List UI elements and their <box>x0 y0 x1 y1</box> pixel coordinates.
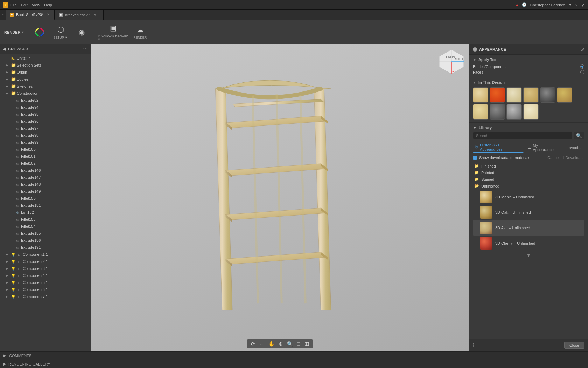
component5-vis-icon[interactable]: 💡 <box>11 280 16 285</box>
navigation-cube[interactable]: FRONT RIGHT Z X <box>438 48 465 76</box>
orbit-btn[interactable]: ⟳ <box>250 340 257 347</box>
comments-expand-icon[interactable]: ▶ <box>4 354 6 357</box>
menu-file[interactable]: File <box>10 3 17 7</box>
tree-item-fillet101[interactable]: ▭ Fillet101 <box>0 153 91 160</box>
library-search-btn[interactable]: 🔍 <box>574 132 584 139</box>
tree-item-extrude146[interactable]: ▭ Extrude146 <box>0 167 91 174</box>
tree-item-extrude151[interactable]: ▭ Extrude151 <box>0 202 91 209</box>
tree-item-extrude98[interactable]: ▭ Extrude98 <box>0 132 91 139</box>
apply-to-toggle[interactable]: ▼ <box>473 58 476 62</box>
component3-vis-icon[interactable]: 💡 <box>11 266 16 271</box>
swatch-7[interactable] <box>490 104 505 120</box>
cancel-downloads-btn[interactable]: Cancel all Downloads <box>547 156 584 160</box>
lib-tab-fusion360[interactable]: ↻ Fusion 360 Appearances <box>473 142 524 153</box>
toolbar-incanvas-btn[interactable]: ▣ IN-CANVAS RENDER ▼ <box>97 22 129 42</box>
tab-close-brackettest[interactable]: ✕ <box>93 13 96 17</box>
component6-arrow[interactable]: ▶ <box>6 288 10 291</box>
tree-item-fillet100[interactable]: ▭ Fillet100 <box>0 146 91 153</box>
swatch-5[interactable] <box>557 87 572 103</box>
mat-maple[interactable]: 3D Maple – Unfinished <box>473 189 584 205</box>
component7-vis-icon[interactable]: 💡 <box>11 294 16 299</box>
tree-item-fillet150[interactable]: ▭ Fillet150 <box>0 195 91 202</box>
scroll-down-btn[interactable]: ▼ <box>473 251 584 259</box>
toolbar-colorwheel-btn[interactable] <box>30 22 49 42</box>
tree-item-bodies[interactable]: ▶ 📁 Bodies <box>0 76 91 83</box>
tree-item-component4[interactable]: ▶ 💡 □ Component4:1 <box>0 272 91 279</box>
component6-vis-icon[interactable]: 💡 <box>11 287 16 292</box>
construction-arrow[interactable]: ▶ <box>6 91 10 95</box>
library-header[interactable]: ▼ Library <box>473 125 584 130</box>
tree-item-extrude99[interactable]: ▭ Extrude99 <box>0 139 91 146</box>
menu-edit[interactable]: Edit <box>21 3 28 7</box>
swatch-3[interactable] <box>523 87 539 103</box>
swatch-8[interactable] <box>506 104 522 120</box>
tree-item-component5[interactable]: ▶ 💡 □ Component5:1 <box>0 279 91 286</box>
workspace-dropdown-icon[interactable]: ▼ <box>21 30 24 34</box>
help-btn[interactable]: ? <box>575 3 578 7</box>
record-btn[interactable]: ● <box>516 3 518 7</box>
mat-ash[interactable]: 3D Ash – Unfinished <box>473 220 584 236</box>
tree-item-fillet153[interactable]: ▭ Fillet153 <box>0 216 91 223</box>
zoom-btn[interactable]: 🔍 <box>286 340 294 347</box>
toolbar-render-icon-btn[interactable]: ◉ <box>72 22 91 42</box>
in-design-header[interactable]: ▼ In This Design <box>473 80 584 84</box>
menu-view[interactable]: View <box>32 3 40 7</box>
appearance-close-btn[interactable]: Close <box>564 342 584 349</box>
tree-item-component6[interactable]: ▶ 💡 □ Component6:1 <box>0 286 91 293</box>
comments-options[interactable]: ⋯ <box>581 353 584 358</box>
radio-faces-row[interactable]: Faces <box>473 70 584 74</box>
tree-item-fillet102[interactable]: ▭ Fillet102 <box>0 160 91 167</box>
tree-item-component1[interactable]: ▶ 💡 □ Component1:1 <box>0 251 91 258</box>
comments-label[interactable]: COMMENTS <box>9 354 31 358</box>
origin-arrow[interactable]: ▶ <box>6 70 10 74</box>
tree-item-origin[interactable]: ▶ 📁 Origin <box>0 69 91 76</box>
lib-tab-favorites[interactable]: Favorites <box>565 142 584 153</box>
component1-vis-icon[interactable]: 💡 <box>11 252 16 257</box>
tree-item-extrude97[interactable]: ▭ Extrude97 <box>0 125 91 132</box>
tree-item-extrude148[interactable]: ▭ Extrude148 <box>0 181 91 188</box>
viewport[interactable]: FRONT RIGHT Z X ⟳ ← ✋ ⊕ 🔍 □ ▦ <box>91 44 469 351</box>
component1-arrow[interactable]: ▶ <box>6 253 10 256</box>
tree-item-loft152[interactable]: ⊙ Loft152 <box>0 209 91 216</box>
tab-bookshelf[interactable]: ■ Book Shelf v20* ✕ <box>6 10 55 20</box>
swatch-4[interactable] <box>540 87 555 103</box>
bodies-arrow[interactable]: ▶ <box>6 77 10 81</box>
downloadable-checkbox[interactable]: ✓ <box>473 156 477 160</box>
appearance-expand-btn[interactable]: ⤢ <box>580 47 584 52</box>
tree-item-selection-sets[interactable]: ▶ 📁 Selection Sets <box>0 62 91 69</box>
apply-to-header[interactable]: ▼ Apply To: <box>473 57 584 62</box>
mat-oak[interactable]: 3D Oak – Unfinished <box>473 205 584 220</box>
component7-arrow[interactable]: ▶ <box>6 295 10 298</box>
move-btn[interactable]: ✋ <box>267 340 276 347</box>
maximize-btn[interactable]: ⤢ <box>581 2 585 8</box>
tree-item-extrude95[interactable]: ▭ Extrude95 <box>0 111 91 118</box>
swatch-0[interactable] <box>473 87 488 103</box>
component4-vis-icon[interactable]: 💡 <box>11 273 16 278</box>
tree-item-component3[interactable]: ▶ 💡 □ Component3:1 <box>0 265 91 272</box>
component3-arrow[interactable]: ▶ <box>6 267 10 270</box>
tree-item-extrude94[interactable]: ▭ Extrude94 <box>0 104 91 111</box>
swatch-6[interactable] <box>473 104 488 120</box>
tab-bar-menu[interactable]: ≡ <box>0 10 6 20</box>
sketches-arrow[interactable]: ▶ <box>6 84 10 88</box>
library-search-input[interactable] <box>473 132 572 139</box>
tree-item-extrude147[interactable]: ▭ Extrude147 <box>0 174 91 181</box>
radio-bodies-row[interactable]: Bodies/Components <box>473 64 584 69</box>
in-design-toggle[interactable]: ▼ <box>473 81 476 84</box>
menu-help[interactable]: Help <box>44 3 52 7</box>
fit-btn[interactable]: ⊕ <box>277 340 284 347</box>
tab-close-bookshelf[interactable]: ✕ <box>47 13 50 16</box>
component2-arrow[interactable]: ▶ <box>6 260 10 263</box>
tab-brackettest[interactable]: ■ bracketTest v7 ✕ <box>55 10 104 20</box>
lib-tab-my-appearances[interactable]: ☁ My Appearances <box>525 142 563 153</box>
tree-item-extrude155[interactable]: ▭ Extrude155 <box>0 230 91 237</box>
tree-item-extrude191[interactable]: ▭ Extrude191 <box>0 244 91 251</box>
folder-finished[interactable]: 📁 Finished <box>473 163 584 169</box>
pan-btn[interactable]: ← <box>258 340 266 347</box>
browser-options-icon[interactable]: ⋯ <box>83 46 88 52</box>
toolbar-render-btn[interactable]: ☁ RENDER <box>130 22 150 42</box>
swatch-2[interactable] <box>506 87 522 103</box>
rendering-label[interactable]: RENDERING GALLERY <box>8 362 50 366</box>
mat-cherry[interactable]: 3D Cherry – Unfinished <box>473 236 584 251</box>
viewport-canvas[interactable] <box>91 44 469 351</box>
